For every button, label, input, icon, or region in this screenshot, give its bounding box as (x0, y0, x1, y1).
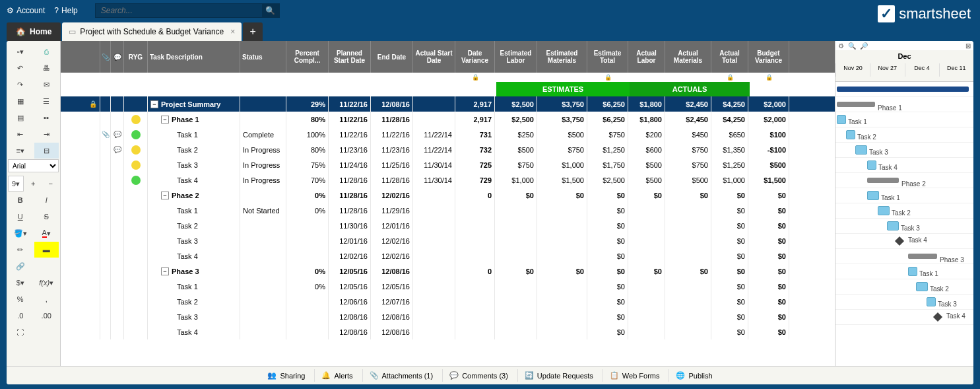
card-view-button[interactable]: ▪▪ (34, 110, 59, 125)
gantt-bar[interactable]: Phase 1 (837, 102, 875, 107)
currency-button[interactable]: $▾ (8, 275, 33, 291)
gantt-bar[interactable]: Phase 2 (867, 178, 899, 183)
col-actual-start[interactable]: Actual Start Date (413, 41, 455, 73)
table-row[interactable]: 🔒 −Project Summary 29% 11/22/16 12/08/16… (61, 96, 835, 112)
table-row[interactable]: Task 3 12/01/16 12/02/16 $0 $0 $0 (61, 233, 835, 248)
col-attachment[interactable]: 📎 (100, 41, 111, 73)
table-row[interactable]: −Phase 2 0% 11/28/16 12/02/16 0 $0 $0 $0… (61, 188, 835, 203)
account-link[interactable]: ⚙Account (7, 6, 45, 15)
table-row[interactable]: Task 1 0% 12/05/16 12/05/16 $0 $0 $0 (61, 279, 835, 294)
text-color-button[interactable]: A▾ (34, 225, 59, 241)
table-row[interactable]: 📎 💬 Task 1 Complete 100% 11/22/16 11/22/… (61, 127, 835, 142)
email-button[interactable]: ✉ (34, 77, 59, 92)
document-tab[interactable]: ▭Project with Schedule & Budget Variance… (62, 22, 242, 41)
gantt-milestone[interactable] (895, 236, 904, 246)
font-select[interactable]: Arial (8, 159, 59, 172)
highlight-button[interactable]: ✏ (8, 242, 33, 258)
outdent-button[interactable]: ⇥ (34, 126, 59, 142)
wrap-button[interactable]: ⊟ (34, 143, 59, 159)
gantt-close-icon[interactable]: ⊠ (965, 42, 971, 50)
comments-button[interactable]: 💬Comments (3) (442, 369, 515, 382)
underline-button[interactable]: U (8, 209, 33, 225)
table-row[interactable]: Task 3 In Progress 75% 11/24/16 11/25/16… (61, 157, 835, 172)
gantt-bar[interactable]: Task 3 (887, 221, 899, 230)
col-date-variance[interactable]: Date Variance (455, 41, 495, 73)
table-row[interactable]: Task 4 12/02/16 12/02/16 $0 $0 $0 (61, 248, 835, 264)
col-act-total[interactable]: Actual Total (711, 41, 748, 73)
grid-view-button[interactable]: ▦ (8, 93, 33, 109)
table-row[interactable]: Task 1 Not Started 0% 11/28/16 11/29/16 … (61, 203, 835, 218)
thousands-button[interactable]: , (34, 291, 59, 307)
col-act-materials[interactable]: Actual Materials (665, 41, 711, 73)
zoom-in-icon[interactable]: 🔎 (860, 42, 868, 50)
increase-size-button[interactable]: + (25, 176, 42, 192)
table-row[interactable]: Task 2 12/06/16 12/07/16 $0 $0 $0 (61, 294, 835, 309)
col-est-total[interactable]: Estimate Total (587, 41, 628, 73)
font-size-select[interactable]: 9▾ (8, 176, 24, 192)
comment-icon[interactable]: 💬 (114, 146, 121, 153)
percent-button[interactable]: % (8, 291, 33, 307)
col-est-labor[interactable]: Estimated Labor (495, 41, 537, 73)
table-row[interactable]: Task 2 11/30/16 12/01/16 $0 $0 $0 (61, 218, 835, 233)
table-row[interactable]: Task 3 12/08/16 12/08/16 $0 $0 $0 (61, 309, 835, 324)
table-row[interactable]: Task 4 12/08/16 12/08/16 $0 $0 $0 (61, 324, 835, 339)
gantt-bar[interactable]: Task 1 (837, 115, 846, 124)
search-input[interactable] (96, 6, 262, 15)
collapse-icon[interactable]: − (161, 267, 169, 275)
gantt-bar[interactable]: Task 4 (867, 160, 876, 170)
decrease-size-button[interactable]: − (43, 176, 59, 192)
col-budget-variance[interactable]: Budget Variance (748, 41, 789, 73)
col-description[interactable]: Task Description (148, 41, 240, 73)
gantt-view-button[interactable]: ☰ (34, 93, 59, 109)
add-tab-button[interactable]: + (243, 22, 263, 41)
help-link[interactable]: ?Help (54, 6, 77, 15)
gantt-bar[interactable] (837, 87, 969, 92)
formula-button[interactable]: f(x)▾ (34, 275, 59, 291)
alerts-button[interactable]: 🔔Alerts (314, 369, 359, 382)
decrease-decimal-button[interactable]: .0 (8, 308, 33, 324)
gantt-bar[interactable]: Task 3 (927, 297, 936, 306)
gantt-bar[interactable]: Task 2 (916, 282, 928, 291)
collapse-icon[interactable]: − (161, 192, 169, 199)
gantt-bar[interactable]: Task 1 (867, 191, 879, 200)
save-button[interactable]: ▫▾ (8, 44, 33, 59)
fill-color-button[interactable]: 🪣▾ (8, 225, 33, 241)
table-row[interactable]: Task 4 In Progress 70% 11/28/16 11/28/16… (61, 172, 835, 188)
gantt-bar[interactable]: Task 1 (908, 267, 917, 276)
update-requests-button[interactable]: 🔄Update Requests (517, 369, 600, 382)
paperclip-icon[interactable]: 📎 (102, 131, 110, 138)
col-rownum[interactable] (61, 41, 100, 73)
home-tab[interactable]: 🏠Home (7, 22, 61, 41)
col-percent[interactable]: Percent Compl... (286, 41, 329, 73)
format-painter-button[interactable]: ⎙ (34, 44, 59, 59)
comment-icon[interactable]: 💬 (114, 131, 121, 138)
col-act-labor[interactable]: Actual Labor (628, 41, 665, 73)
col-end-date[interactable]: End Date (371, 41, 413, 73)
undo-button[interactable]: ↶ (8, 60, 33, 76)
table-row[interactable]: 💬 Task 2 In Progress 80% 11/23/16 11/23/… (61, 142, 835, 157)
gantt-bar[interactable]: Phase 3 (908, 254, 937, 259)
increase-decimal-button[interactable]: .00 (34, 308, 59, 324)
col-status[interactable]: Status (240, 41, 286, 73)
col-planned-start[interactable]: Planned Start Date (329, 41, 371, 73)
align-button[interactable]: ≡▾ (8, 143, 33, 159)
close-icon[interactable]: × (230, 27, 235, 36)
link-button[interactable]: 🔗 (8, 258, 33, 274)
col-est-materials[interactable]: Estimated Materials (537, 41, 587, 73)
web-forms-button[interactable]: 📋Web Forms (603, 369, 667, 382)
col-comment[interactable]: 💬 (111, 41, 124, 73)
gantt-settings-icon[interactable]: ⚙ (838, 42, 844, 50)
search-button[interactable]: 🔍 (262, 3, 279, 18)
gantt-bar[interactable]: Task 3 (855, 145, 867, 155)
highlight-color-button[interactable]: ▬ (34, 242, 59, 258)
gantt-bar[interactable]: Task 2 (878, 206, 890, 215)
col-ryg[interactable]: RYG (124, 41, 148, 73)
table-row[interactable]: −Phase 1 80% 11/22/16 11/28/16 2,917 $2,… (61, 112, 835, 127)
attachments-button[interactable]: 📎Attachments (1) (362, 369, 440, 382)
strike-button[interactable]: S (34, 209, 59, 225)
redo-button[interactable]: ↷ (8, 77, 33, 92)
sharing-button[interactable]: 👥Sharing (261, 369, 311, 382)
zoom-out-icon[interactable]: 🔍 (848, 42, 856, 50)
calendar-view-button[interactable]: ▤ (8, 110, 33, 125)
italic-button[interactable]: I (34, 192, 59, 208)
